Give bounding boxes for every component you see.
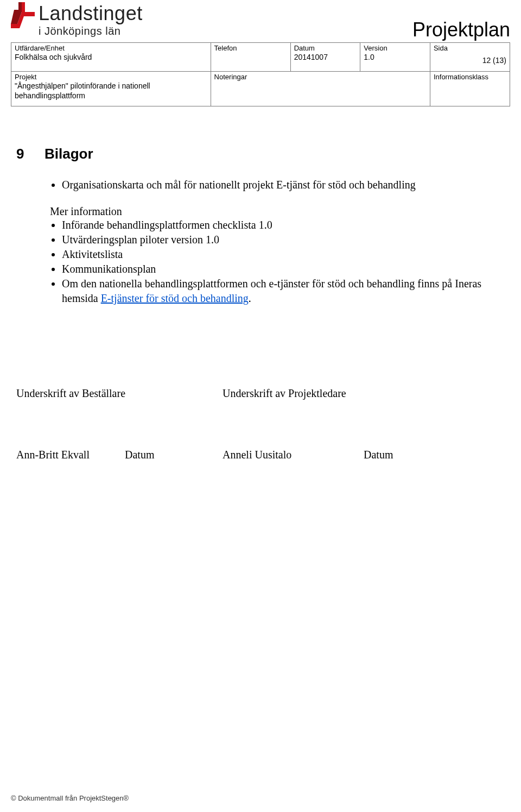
logo: Landstinget i Jönköpings län (11, 2, 143, 37)
meta-row-2: Projekt "Ångesthjälpen" pilotinförande i… (11, 71, 510, 106)
link-line-suffix: . (249, 292, 251, 304)
inera-link[interactable]: E-tjänster för stöd och behandling (101, 292, 249, 304)
sign-left-header: Underskrift av Beställare (16, 387, 223, 400)
cell-datum: Datum 20141007 (290, 43, 360, 72)
signature-headers: Underskrift av Beställare Underskrift av… (16, 387, 505, 400)
logo-line2: i Jönköpings län (39, 25, 143, 37)
meta-table: Utfärdare/Enhet Folkhälsa och sjukvård T… (11, 42, 510, 106)
logo-line1: Landstinget (39, 2, 143, 25)
content: 9Bilagor Organisationskarta och mål för … (11, 106, 510, 461)
sign-left-name: Ann-Britt Ekvall (16, 449, 125, 461)
logo-text: Landstinget i Jönköpings län (39, 2, 143, 37)
logo-icon (11, 2, 35, 35)
sign-right-name: Anneli Uusitalo (223, 449, 364, 461)
cell-version: Version 1.0 (360, 43, 430, 72)
cell-informationsklass: Informationsklass (430, 71, 510, 106)
cell-sida: Sida 12 (13) (430, 43, 510, 72)
document-title: Projektplan (412, 18, 510, 41)
issuer-value: Folkhälsa och sjukvård (15, 53, 207, 62)
bullet-list-bottom: Införande behandlingsplattformen checkli… (16, 218, 505, 306)
list-item: Införande behandlingsplattformen checkli… (62, 218, 505, 232)
infoclass-label: Informationsklass (434, 73, 506, 81)
date-label: Datum (294, 44, 357, 53)
list-item: Aktivitetslista (62, 247, 505, 262)
list-item-with-link: Om den nationella behandlingsplattformen… (62, 276, 505, 306)
bullet-list-top: Organisationskarta och mål för nationell… (16, 178, 505, 192)
cell-issuer: Utfärdare/Enhet Folkhälsa och sjukvård (11, 43, 211, 72)
signature-names: Ann-Britt Ekvall Datum Anneli Uusitalo D… (16, 449, 505, 461)
list-item: Kommunikationsplan (62, 262, 505, 276)
cell-telefon: Telefon (211, 43, 290, 72)
list-item: Utvärderingsplan piloter version 1.0 (62, 232, 505, 247)
signature-block: Underskrift av Beställare Underskrift av… (16, 387, 505, 461)
mid-paragraph: Mer information (50, 205, 505, 218)
list-item: Organisationskarta och mål för nationell… (62, 178, 505, 192)
project-label: Projekt (15, 73, 207, 81)
section-title: Bilagor (45, 146, 93, 162)
notes-label: Noteringar (214, 73, 427, 81)
sign-right-header: Underskrift av Projektledare (223, 387, 346, 400)
tel-label: Telefon (214, 44, 287, 53)
version-value: 1.0 (364, 53, 427, 62)
page-value: 12 (13) (434, 53, 506, 66)
date-value: 20141007 (294, 53, 357, 62)
page-label: Sida (434, 44, 506, 53)
sign-right-date-label: Datum (364, 449, 393, 461)
header-row: Landstinget i Jönköpings län Projektplan (11, 2, 510, 41)
sign-left-date-label: Datum (125, 449, 223, 461)
cell-noteringar: Noteringar (211, 71, 430, 106)
project-value: "Ångesthjälpen" pilotinförande i natione… (15, 81, 207, 100)
meta-row-1: Utfärdare/Enhet Folkhälsa och sjukvård T… (11, 43, 510, 72)
section-number: 9 (16, 146, 45, 162)
section-heading: 9Bilagor (16, 146, 505, 162)
page: Landstinget i Jönköpings län Projektplan… (0, 0, 521, 812)
version-label: Version (364, 44, 427, 53)
footer: © Dokumentmall från ProjektStegen® (11, 794, 129, 802)
issuer-label: Utfärdare/Enhet (15, 44, 207, 53)
cell-projekt: Projekt "Ångesthjälpen" pilotinförande i… (11, 71, 211, 106)
